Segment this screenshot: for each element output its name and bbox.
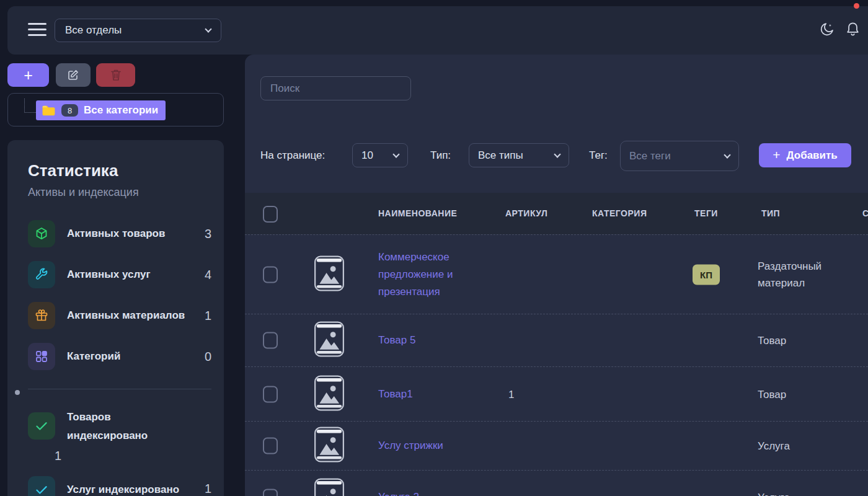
item-type: Раздаточный материал	[758, 258, 860, 291]
plus-icon: +	[773, 148, 780, 162]
item-thumbnail	[313, 427, 345, 465]
folder-icon	[42, 105, 56, 117]
row-checkbox[interactable]	[263, 438, 278, 454]
table-header: НАИМЕНОВАНИЕ АРТИКУЛ КАТЕГОРИЯ ТЕГИ ТИП …	[245, 193, 868, 234]
category-tree: 8 Все категории	[7, 93, 224, 126]
dark-mode-toggle[interactable]	[818, 21, 835, 38]
wrench-icon	[28, 261, 55, 288]
stat-value: 3	[205, 227, 211, 241]
stats-subtitle: Активы и индексация	[28, 186, 139, 199]
item-type: Товар	[758, 332, 786, 349]
col-header-name: НАИМЕНОВАНИЕ	[378, 193, 457, 234]
stat-active-materials: Активных материалов 1	[28, 302, 211, 329]
item-thumbnail	[313, 478, 345, 496]
list-bullet	[15, 390, 20, 395]
tag-select[interactable]: Все теги	[620, 141, 739, 171]
department-select[interactable]: Все отделы	[55, 19, 221, 42]
item-name-link[interactable]: Коммерческое предложение и презентация	[378, 249, 480, 301]
stats-card: Статистика Активы и индексация Активных …	[7, 140, 224, 496]
table-row: Услу стрижки Услуга	[245, 421, 868, 470]
col-header-sku: АРТИКУЛ	[505, 193, 547, 234]
plus-icon: +	[24, 66, 33, 84]
cube-icon	[28, 220, 55, 247]
add-item-button[interactable]: + Добавить	[759, 143, 851, 167]
moon-icon	[818, 21, 835, 38]
search-input[interactable]	[260, 76, 411, 100]
tag-filter-label: Тег:	[589, 143, 608, 168]
tree-connector	[24, 99, 36, 113]
item-type: Услуга	[758, 438, 790, 454]
item-type: Товар	[758, 386, 786, 402]
table-row: Товар1 1 Товар	[245, 366, 868, 421]
services-indexed-icon-wrap	[28, 476, 55, 496]
item-tags: КП	[693, 264, 720, 285]
item-thumbnail	[313, 255, 345, 294]
trash-icon	[110, 68, 122, 82]
image-placeholder-icon	[313, 478, 345, 496]
stat-value: 0	[205, 350, 211, 364]
type-select[interactable]: Все типы	[469, 143, 569, 167]
delete-category-button[interactable]	[96, 63, 135, 87]
services-indexed-value: 1	[205, 482, 211, 496]
select-all-checkbox[interactable]	[263, 206, 278, 223]
category-count-badge: 8	[61, 104, 78, 117]
divider	[28, 389, 211, 389]
hamburger-icon	[28, 23, 46, 25]
stat-active-services: Активных услуг 4	[28, 261, 211, 288]
stat-active-products: Активных товаров 3	[28, 220, 211, 247]
tag-chip: КП	[693, 264, 720, 285]
edit-icon	[67, 69, 79, 81]
chevron-down-icon	[392, 151, 399, 157]
image-placeholder-icon	[313, 255, 345, 291]
item-thumbnail	[313, 375, 345, 414]
image-placeholder-icon	[313, 427, 345, 463]
item-name-link[interactable]: Услуга 2	[378, 489, 419, 496]
stats-title: Статистика	[28, 161, 118, 180]
col-header-category: КАТЕГОРИЯ	[592, 193, 647, 234]
notifications-button[interactable]	[845, 21, 861, 38]
chevron-down-icon	[554, 151, 560, 157]
chevron-down-icon	[205, 25, 211, 32]
products-indexed-value: 1	[55, 449, 61, 463]
menu-button[interactable]	[28, 23, 46, 38]
table-row: Коммерческое предложение и презентация К…	[245, 234, 868, 314]
topbar: Все отделы	[7, 6, 868, 55]
notification-dot	[854, 3, 859, 9]
table-row: Услуга 2 Услуга	[245, 470, 868, 496]
tree-item-label: Все категории	[84, 104, 158, 117]
edit-category-button[interactable]	[56, 63, 91, 87]
item-name-link[interactable]: Товар 5	[378, 332, 415, 349]
row-checkbox[interactable]	[263, 332, 278, 349]
per-page-label: На странице:	[260, 143, 325, 168]
gift-icon	[28, 302, 55, 329]
col-header-clipped: С	[862, 193, 868, 234]
products-indexed-label: Товаров индексировано	[67, 408, 166, 445]
grid-icon	[28, 343, 55, 370]
item-name-link[interactable]: Услу стрижки	[378, 437, 443, 454]
check-icon	[28, 412, 55, 440]
department-select-value: Все отделы	[65, 24, 122, 37]
image-placeholder-icon	[313, 321, 345, 357]
image-placeholder-icon	[313, 375, 345, 411]
col-header-tags: ТЕГИ	[694, 193, 718, 234]
stat-value: 4	[205, 268, 211, 282]
chevron-down-icon	[724, 151, 730, 158]
stat-value: 1	[205, 309, 211, 323]
type-filter-label: Тип:	[430, 143, 451, 168]
row-checkbox[interactable]	[263, 489, 278, 496]
row-checkbox[interactable]	[263, 386, 278, 402]
per-page-select[interactable]: 10	[352, 143, 408, 167]
item-name-link[interactable]: Товар1	[378, 386, 413, 403]
bell-icon	[845, 21, 861, 38]
main-panel: На странице: 10 Тип: Все типы Тег: Все т…	[245, 55, 868, 496]
item-sku: 1	[508, 386, 514, 402]
check-icon	[28, 476, 55, 496]
products-indexed-icon-wrap	[28, 412, 55, 440]
tree-item-all-categories[interactable]: 8 Все категории	[36, 100, 166, 120]
table-row: Товар 5 Товар	[245, 314, 868, 366]
col-header-type: ТИП	[761, 193, 780, 234]
item-type: Услуга	[758, 489, 790, 496]
add-category-button[interactable]: +	[7, 63, 49, 87]
row-checkbox[interactable]	[263, 266, 278, 283]
item-thumbnail	[313, 321, 345, 360]
